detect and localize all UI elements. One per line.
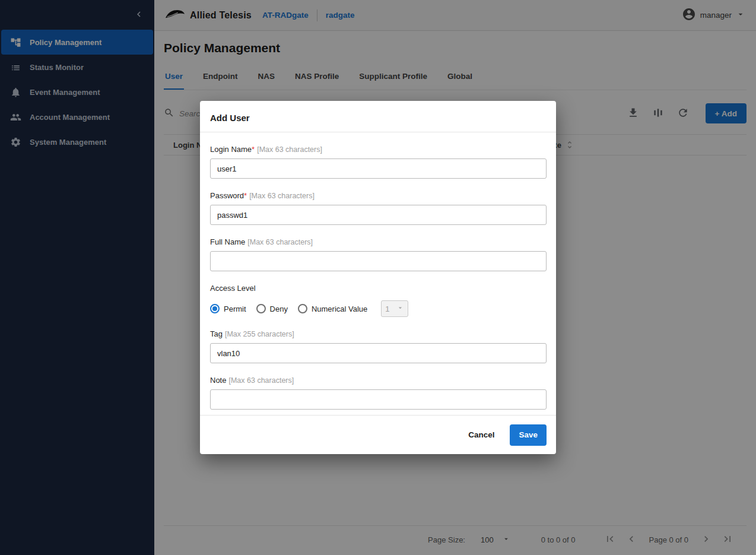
required-asterisk: * (244, 191, 247, 200)
modal-body: Login Name*[Max 63 characters] Password*… (200, 132, 556, 410)
login-name-label: Login Name*[Max 63 characters] (210, 145, 547, 154)
full-name-label: Full Name[Max 63 characters] (210, 237, 547, 246)
tag-label: Tag[Max 255 characters] (210, 329, 547, 338)
tag-input[interactable] (210, 343, 547, 363)
save-button[interactable]: Save (510, 424, 547, 446)
add-user-dialog: Add User Login Name*[Max 63 characters] … (200, 101, 556, 454)
access-level-label: Access Level (210, 284, 547, 293)
field-hint: [Max 63 characters] (228, 376, 294, 385)
modal-footer: Cancel Save (200, 415, 556, 454)
modal-title: Add User (210, 113, 546, 123)
access-level-radio-group: Permit Deny Numerical Value 1 (210, 300, 547, 317)
radio-label: Permit (224, 305, 246, 313)
radio-label: Numerical Value (312, 305, 367, 313)
password-input[interactable] (210, 205, 547, 225)
tag-field: Tag[Max 255 characters] (210, 329, 547, 363)
full-name-field: Full Name[Max 63 characters] (210, 237, 547, 271)
note-label: Note[Max 63 characters] (210, 376, 547, 385)
cancel-button[interactable]: Cancel (459, 424, 504, 445)
note-input[interactable] (210, 389, 547, 410)
full-name-input[interactable] (210, 251, 547, 271)
permit-radio[interactable]: Permit (210, 304, 246, 313)
note-field: Note[Max 63 characters] (210, 376, 547, 410)
password-field: Password*[Max 63 characters] (210, 191, 547, 225)
login-name-field: Login Name*[Max 63 characters] (210, 145, 547, 179)
field-hint: [Max 63 characters] (257, 145, 322, 154)
radio-unselected-icon (256, 304, 266, 313)
password-label: Password*[Max 63 characters] (210, 191, 547, 200)
field-hint: [Max 63 characters] (247, 238, 313, 246)
radio-unselected-icon (298, 304, 307, 313)
radio-label: Deny (270, 305, 288, 313)
login-name-input[interactable] (210, 158, 547, 179)
numerical-value-radio[interactable]: Numerical Value (298, 304, 367, 313)
field-hint: [Max 63 characters] (249, 192, 315, 200)
radio-selected-icon (210, 304, 220, 313)
access-level-field: Access Level Permit Deny Numerical Value… (210, 284, 547, 317)
required-asterisk: * (252, 145, 255, 154)
numerical-value-selected: 1 (385, 305, 389, 313)
field-hint: [Max 255 characters] (225, 330, 294, 338)
modal-header: Add User (200, 101, 556, 132)
numerical-value-select: 1 (381, 300, 408, 317)
caret-down-icon (396, 304, 404, 313)
deny-radio[interactable]: Deny (256, 304, 288, 313)
